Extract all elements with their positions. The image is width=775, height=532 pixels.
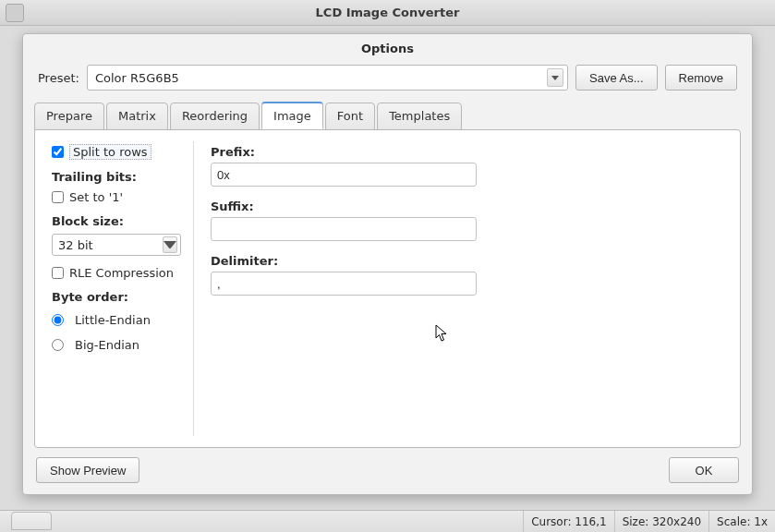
rle-checkbox[interactable] xyxy=(52,267,64,279)
chevron-down-icon xyxy=(547,68,563,87)
tab-reordering[interactable]: Reordering xyxy=(170,103,260,130)
rle-row[interactable]: RLE Compression xyxy=(52,263,182,283)
block-size-combo[interactable]: 32 bit xyxy=(52,234,181,256)
preset-label: Preset: xyxy=(38,71,79,85)
tab-pane-image: Split to rows Trailing bits: Set to '1' … xyxy=(34,129,741,448)
show-preview-button[interactable]: Show Preview xyxy=(36,457,139,483)
suffix-label: Suffix: xyxy=(211,196,723,217)
rle-label: RLE Compression xyxy=(69,266,174,280)
statusbar-tab-stub[interactable] xyxy=(11,512,52,530)
status-size: Size: 320x240 xyxy=(614,511,708,533)
window-titlebar: LCD Image Converter xyxy=(0,0,775,26)
tab-templates[interactable]: Templates xyxy=(377,103,462,130)
save-as-button[interactable]: Save As... xyxy=(575,65,658,91)
block-size-value: 32 bit xyxy=(58,238,93,252)
remove-button[interactable]: Remove xyxy=(665,65,737,91)
little-endian-label: Little-Endian xyxy=(75,313,151,327)
status-cursor: Cursor: 116,1 xyxy=(523,511,613,533)
tab-matrix[interactable]: Matrix xyxy=(106,103,168,130)
tab-image[interactable]: Image xyxy=(261,102,323,129)
options-dialog: Options Preset: Color R5G6B5 Save As... … xyxy=(22,33,753,495)
split-to-rows-checkbox[interactable] xyxy=(52,146,64,158)
little-endian-row[interactable]: Little-Endian xyxy=(52,308,182,332)
preset-combo[interactable]: Color R5G6B5 xyxy=(87,65,568,91)
set-to-1-label: Set to '1' xyxy=(69,190,123,204)
status-scale: Scale: 1x xyxy=(708,511,775,533)
big-endian-radio[interactable] xyxy=(52,339,64,351)
byte-order-label: Byte order: xyxy=(52,283,182,308)
preset-value: Color R5G6B5 xyxy=(95,71,179,85)
window-close-button[interactable] xyxy=(6,4,24,22)
delimiter-label: Delimiter: xyxy=(211,250,723,272)
tab-prepare[interactable]: Prepare xyxy=(34,103,104,130)
big-endian-label: Big-Endian xyxy=(75,338,139,352)
delimiter-input[interactable] xyxy=(211,272,477,296)
trailing-bits-label: Trailing bits: xyxy=(52,163,182,187)
big-endian-row[interactable]: Big-Endian xyxy=(52,332,182,357)
prefix-input[interactable] xyxy=(211,163,477,187)
window-title: LCD Image Converter xyxy=(0,6,775,19)
little-endian-radio[interactable] xyxy=(52,314,64,326)
chevron-down-icon xyxy=(163,236,177,253)
tab-row: Prepare Matrix Reordering Image Font Tem… xyxy=(23,102,752,129)
block-size-label: Block size: xyxy=(52,207,182,232)
suffix-input[interactable] xyxy=(211,217,477,241)
split-to-rows-row[interactable]: Split to rows xyxy=(52,141,182,163)
ok-button[interactable]: OK xyxy=(669,457,739,483)
prefix-label: Prefix: xyxy=(211,141,723,163)
dialog-title: Options xyxy=(23,34,752,65)
status-bar: Cursor: 116,1 Size: 320x240 Scale: 1x xyxy=(0,510,775,532)
tab-font[interactable]: Font xyxy=(325,103,375,130)
set-to-1-checkbox[interactable] xyxy=(52,191,64,203)
split-to-rows-label: Split to rows xyxy=(69,144,151,160)
set-to-1-row[interactable]: Set to '1' xyxy=(52,187,182,207)
